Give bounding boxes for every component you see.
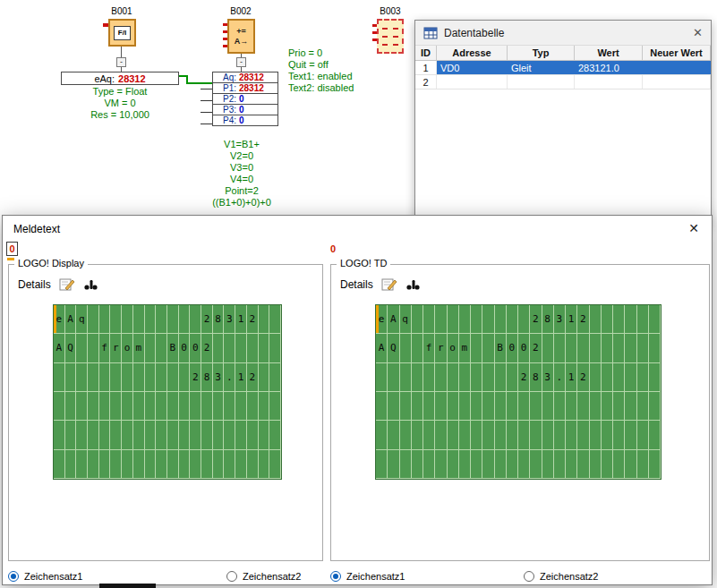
display-cell[interactable] — [400, 392, 412, 421]
display-cell[interactable]: 2 — [201, 334, 213, 362]
display-cell[interactable] — [76, 421, 88, 449]
display-cell[interactable] — [201, 421, 213, 449]
display-cell[interactable] — [412, 392, 423, 421]
display-cell[interactable] — [518, 421, 530, 449]
display-cell[interactable]: 8 — [201, 363, 213, 392]
display-cell[interactable] — [156, 334, 167, 362]
display-cell[interactable] — [412, 305, 423, 334]
display-cell[interactable] — [190, 392, 201, 421]
row-typ-cell[interactable] — [508, 75, 575, 89]
display-cell[interactable] — [247, 450, 259, 479]
display-cell[interactable]: m — [459, 334, 471, 362]
display-cell[interactable] — [590, 392, 602, 421]
display-cell[interactable] — [235, 421, 247, 449]
display-cell[interactable] — [388, 392, 399, 421]
display-cell[interactable]: 2 — [247, 305, 259, 334]
row-id-cell[interactable]: 2 — [415, 75, 437, 89]
display-cell[interactable] — [167, 363, 179, 392]
display-cell[interactable] — [88, 334, 99, 362]
display-cell[interactable]: m — [133, 334, 145, 362]
display-charset1-radio[interactable]: Zeichensatz1 — [8, 570, 82, 583]
display-cell[interactable] — [554, 450, 566, 479]
display-cell[interactable] — [518, 392, 530, 421]
display-cell[interactable] — [637, 421, 649, 449]
display-cell[interactable]: 2 — [247, 363, 259, 392]
display-cell[interactable]: 3 — [224, 305, 235, 334]
display-cell[interactable] — [423, 305, 435, 334]
display-cell[interactable]: . — [224, 363, 235, 392]
display-cell[interactable]: r — [110, 334, 122, 362]
radio-icon[interactable] — [226, 571, 237, 582]
display-cell[interactable] — [507, 363, 518, 392]
display-cell[interactable] — [269, 392, 281, 421]
display-cell[interactable] — [423, 450, 435, 479]
display-cell[interactable] — [259, 305, 270, 334]
display-cell[interactable] — [179, 305, 191, 334]
display-cell[interactable] — [590, 450, 602, 479]
display-cell[interactable] — [471, 305, 482, 334]
display-cell[interactable] — [400, 334, 412, 362]
display-cell[interactable] — [201, 450, 213, 479]
display-cell[interactable] — [388, 363, 399, 392]
display-cell[interactable] — [179, 392, 191, 421]
display-cell[interactable] — [167, 421, 179, 449]
display-cell[interactable] — [76, 450, 88, 479]
b002-param-row[interactable]: P4:0 — [212, 115, 278, 126]
display-cell[interactable] — [613, 305, 625, 334]
display-cell[interactable] — [235, 334, 247, 362]
display-cell[interactable] — [448, 363, 459, 392]
display-cell[interactable] — [110, 363, 122, 392]
display-cell[interactable] — [482, 421, 494, 449]
display-cell[interactable] — [54, 421, 65, 449]
display-cell[interactable]: 2 — [577, 305, 589, 334]
display-cell[interactable] — [88, 363, 99, 392]
display-cell[interactable] — [637, 363, 649, 392]
display-cell[interactable] — [625, 392, 636, 421]
display-cell[interactable] — [590, 305, 602, 334]
display-cell[interactable] — [400, 363, 412, 392]
display-cell[interactable]: 1 — [566, 305, 577, 334]
display-cell[interactable] — [542, 392, 554, 421]
display-cell[interactable] — [376, 450, 388, 479]
display-charset2-radio[interactable]: Zeichensatz2 — [226, 570, 301, 583]
datentabelle-close-icon[interactable]: ✕ — [693, 26, 703, 39]
display-cell[interactable] — [167, 305, 179, 334]
display-cell[interactable] — [530, 421, 542, 449]
display-cell[interactable] — [459, 421, 471, 449]
display-cell[interactable] — [482, 305, 494, 334]
display-cell[interactable] — [145, 305, 157, 334]
display-cell[interactable] — [435, 363, 447, 392]
display-cell[interactable] — [259, 334, 270, 362]
display-cell[interactable] — [482, 392, 494, 421]
display-cell[interactable] — [224, 334, 235, 362]
display-cell[interactable] — [495, 421, 507, 449]
display-cell[interactable] — [554, 334, 566, 362]
display-cell[interactable] — [145, 363, 157, 392]
display-cell[interactable] — [554, 421, 566, 449]
display-cell[interactable] — [423, 363, 435, 392]
display-cell[interactable]: 2 — [530, 305, 542, 334]
display-cell[interactable] — [122, 392, 133, 421]
display-cell[interactable] — [423, 392, 435, 421]
display-cell[interactable] — [179, 450, 191, 479]
display-cell[interactable] — [99, 305, 111, 334]
display-cell[interactable] — [613, 334, 625, 362]
display-cell[interactable] — [507, 392, 518, 421]
display-cell[interactable]: 3 — [554, 305, 566, 334]
display-cell[interactable] — [122, 305, 133, 334]
b001-collapse-button[interactable]: - — [116, 57, 126, 67]
display-cell[interactable] — [554, 392, 566, 421]
special-characters-icon[interactable] — [405, 277, 421, 292]
display-cell[interactable] — [625, 450, 636, 479]
display-cell[interactable] — [637, 450, 649, 479]
display-cell[interactable] — [435, 392, 447, 421]
display-cell[interactable] — [145, 421, 157, 449]
display-cell[interactable] — [259, 363, 270, 392]
display-cell[interactable] — [99, 363, 111, 392]
display-cell[interactable] — [613, 421, 625, 449]
radio-icon[interactable] — [330, 571, 341, 582]
td-charset2-radio[interactable]: Zeichensatz2 — [524, 570, 598, 583]
display-cell[interactable] — [530, 392, 542, 421]
display-cell[interactable] — [542, 334, 554, 362]
row-adresse-cell[interactable]: VD0 — [437, 61, 508, 74]
